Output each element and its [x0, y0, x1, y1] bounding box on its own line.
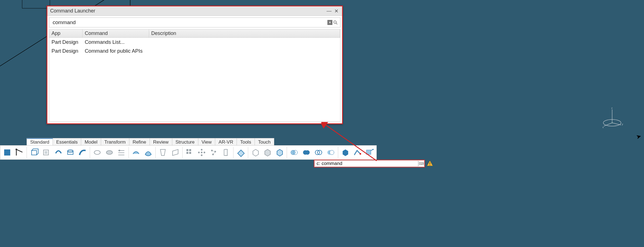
toolbar-separator: [90, 147, 90, 158]
tab-ar-vr[interactable]: AR-VR: [215, 138, 237, 146]
draft-icon[interactable]: [157, 147, 169, 158]
tab-refine[interactable]: Refine: [129, 138, 150, 146]
table-row[interactable]: Part DesignCommand for public APIs: [49, 47, 340, 55]
box-2-icon[interactable]: [262, 147, 273, 158]
clear-search-icon[interactable]: ✕: [327, 20, 332, 25]
search-icon[interactable]: [332, 19, 338, 26]
svg-point-45: [430, 165, 430, 165]
pattern-user-icon[interactable]: [208, 147, 220, 158]
keyboard-icon[interactable]: ⌨: [419, 161, 424, 167]
tab-essentials[interactable]: Essentials: [53, 138, 81, 146]
column-header-app[interactable]: App: [49, 29, 83, 37]
svg-point-25: [201, 149, 202, 151]
box-1-icon[interactable]: [250, 147, 261, 158]
surface-2-icon[interactable]: [142, 147, 154, 158]
svg-rect-22: [186, 152, 188, 154]
column-header-command[interactable]: Command: [83, 29, 149, 37]
tab-structure[interactable]: Structure: [172, 138, 198, 146]
tab-touch[interactable]: Touch: [255, 138, 274, 146]
toolbar-tabs: StandardEssentialsModelTransformRefineRe…: [27, 138, 274, 146]
rib-icon[interactable]: [91, 147, 103, 158]
sweep-icon[interactable]: [77, 147, 88, 158]
svg-point-18: [106, 151, 112, 154]
mirror-icon[interactable]: [220, 147, 232, 158]
svg-point-24: [201, 152, 202, 153]
svg-rect-11: [4, 149, 10, 156]
toolbar-separator: [182, 147, 183, 158]
pad-icon[interactable]: [28, 147, 40, 158]
axis-icon[interactable]: [14, 147, 25, 158]
toolbar-separator: [287, 147, 287, 158]
main-toolbar: [0, 145, 377, 160]
svg-point-1: [603, 119, 621, 126]
cursor-icon: ➤: [635, 133, 642, 141]
thickness-icon[interactable]: [169, 147, 181, 158]
cell-command: Command for public APIs: [83, 47, 149, 55]
wire-icon[interactable]: [351, 147, 363, 158]
minimize-button[interactable]: —: [326, 8, 332, 14]
solid-icon[interactable]: [340, 147, 351, 158]
svg-point-17: [94, 151, 100, 154]
command-input[interactable]: [315, 161, 418, 167]
cell-description: [149, 39, 340, 46]
sketch-icon[interactable]: [1, 147, 13, 158]
close-button[interactable]: ✕: [333, 8, 339, 14]
plane-icon[interactable]: [235, 147, 247, 158]
boolean-3-icon[interactable]: [313, 147, 324, 158]
box-3-icon[interactable]: [274, 147, 285, 158]
boolean-4-icon[interactable]: [325, 147, 337, 158]
boolean-2-icon[interactable]: [301, 147, 312, 158]
surface-1-icon[interactable]: [130, 147, 142, 158]
toolbar-separator: [27, 147, 27, 158]
cell-command: Commands List...: [83, 39, 149, 46]
tab-standard[interactable]: Standard: [27, 138, 53, 146]
toolbar-separator: [155, 147, 156, 158]
svg-point-27: [201, 154, 202, 156]
svg-rect-8: [612, 122, 613, 123]
results-table: App Command Description Part DesignComma…: [49, 29, 340, 122]
svg-rect-20: [186, 149, 188, 151]
annotation-icon[interactable]: [364, 147, 375, 158]
svg-line-3: [604, 123, 612, 126]
slot-icon[interactable]: [104, 147, 115, 158]
svg-rect-23: [189, 152, 191, 154]
search-input[interactable]: [51, 19, 327, 26]
dialog-title: Command Launcher: [50, 8, 325, 14]
svg-point-12: [16, 149, 17, 150]
pattern-rect-icon[interactable]: [184, 147, 196, 158]
boolean-1-icon[interactable]: [288, 147, 300, 158]
warning-icon[interactable]: [426, 160, 433, 167]
toolbar-separator: [338, 147, 338, 158]
viewport-compass[interactable]: z x y: [600, 107, 625, 130]
svg-rect-42: [366, 150, 371, 154]
table-row[interactable]: Part DesignCommands List...: [49, 38, 340, 47]
svg-point-26: [204, 152, 205, 153]
tab-transform[interactable]: Transform: [101, 138, 129, 146]
tab-review[interactable]: Review: [150, 138, 172, 146]
svg-line-10: [336, 23, 337, 24]
cell-app: Part Design: [49, 39, 83, 46]
svg-point-41: [360, 153, 361, 155]
svg-rect-14: [45, 151, 47, 154]
toolbar-separator: [233, 147, 234, 158]
tab-model[interactable]: Model: [81, 138, 101, 146]
cell-description: [149, 47, 340, 55]
svg-text:y: y: [622, 123, 623, 126]
command-input-bar: ⌨: [314, 160, 425, 167]
svg-point-19: [119, 150, 120, 151]
svg-point-40: [330, 150, 334, 155]
tab-view[interactable]: View: [198, 138, 215, 146]
tab-tools[interactable]: Tools: [237, 138, 255, 146]
revolve-icon[interactable]: [52, 147, 64, 158]
search-row: ✕: [49, 17, 340, 27]
svg-rect-21: [189, 149, 191, 151]
svg-text:z: z: [611, 107, 613, 110]
pocket-icon[interactable]: [40, 147, 52, 158]
pattern-circ-icon[interactable]: [196, 147, 207, 158]
results-header-row: App Command Description: [49, 29, 340, 38]
dialog-titlebar[interactable]: Command Launcher — ✕: [47, 6, 342, 16]
multi-sections-icon[interactable]: [116, 147, 127, 158]
groove-icon[interactable]: [65, 147, 76, 158]
column-header-description[interactable]: Description: [149, 29, 340, 37]
svg-point-36: [305, 150, 310, 155]
